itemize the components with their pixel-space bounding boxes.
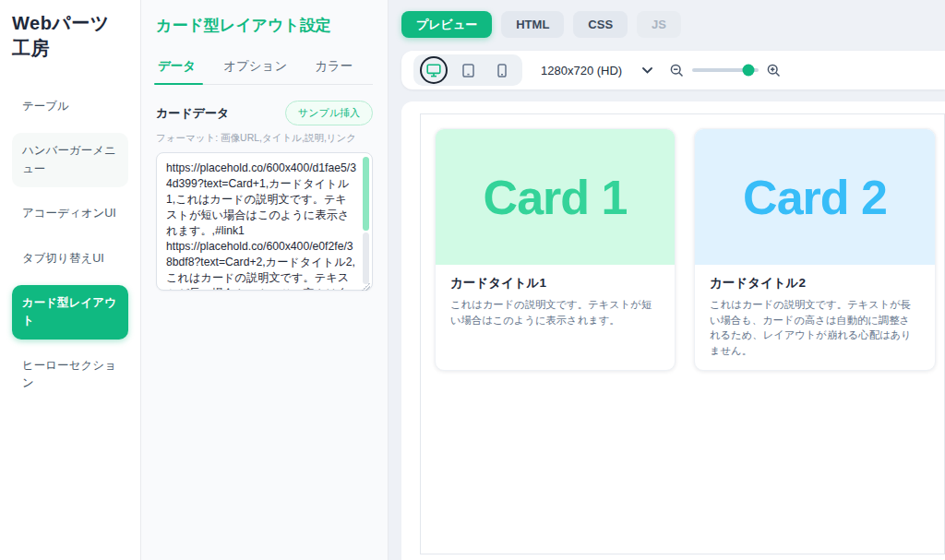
tablet-icon [462, 64, 474, 77]
card-1-title: カードタイトル1 [450, 275, 660, 292]
card-2-image: Card 2 [695, 129, 935, 265]
zoom-slider-handle[interactable] [743, 65, 755, 77]
monitor-icon [426, 64, 441, 77]
card-data-input[interactable]: https://placehold.co/600x400/d1fae5/34d3… [156, 152, 373, 291]
settings-tab-colors[interactable]: カラー [313, 58, 354, 84]
settings-tabs: データ オプション カラー [156, 58, 373, 85]
card-2-body: カードタイトル2 これはカードの説明文です。テキストが長い場合も、カードの高さは… [695, 265, 935, 370]
sidebar-item-accordion[interactable]: アコーディオンUI [12, 196, 128, 232]
app-title: Webパーツ工房 [12, 11, 128, 61]
tab-css[interactable]: CSS [573, 11, 628, 38]
card-2-description: これはカードの説明文です。テキストが長い場合も、カードの高さは自動的に調整される… [710, 297, 920, 359]
sidebar-item-tab-switch[interactable]: タブ切り替えUI [12, 241, 128, 277]
tab-js[interactable]: JS [637, 11, 681, 38]
preview-toolbar: 1280x720 (HD) [401, 51, 945, 89]
sidebar-item-hamburger-menu[interactable]: ハンバーガーメニュー [12, 133, 128, 187]
settings-title: カード型レイアウト設定 [156, 15, 373, 36]
sidebar-item-table[interactable]: テーブル [12, 89, 128, 125]
zoom-slider[interactable] [692, 68, 759, 72]
resolution-value: 1280x720 (HD) [541, 64, 622, 77]
preview-container: Card 1 カードタイトル1 これはカードの説明文です。テキストが短い場合はこ… [401, 101, 945, 560]
magnifier-minus-icon[interactable] [670, 64, 684, 77]
card-1-description: これはカードの説明文です。テキストが短い場合はこのように表示されます。 [450, 297, 660, 328]
zoom-controls [670, 64, 781, 77]
card-1-body: カードタイトル1 これはカードの説明文です。テキストが短い場合はこのように表示さ… [436, 265, 675, 370]
device-phone-button[interactable] [490, 58, 514, 82]
magnifier-plus-icon[interactable] [767, 64, 781, 77]
resolution-select[interactable]: 1280x720 (HD) [541, 64, 652, 77]
tab-preview[interactable]: プレビュー [401, 11, 492, 38]
insert-sample-button[interactable]: サンプル挿入 [285, 101, 373, 125]
card-1-image: Card 1 [436, 129, 675, 265]
cards-grid: Card 1 カードタイトル1 これはカードの説明文です。テキストが短い場合はこ… [435, 128, 930, 371]
preview-frame: Card 1 カードタイトル1 これはカードの説明文です。テキストが短い場合はこ… [420, 113, 945, 554]
preview-card-2[interactable]: Card 2 カードタイトル2 これはカードの説明文です。テキストが長い場合も、… [694, 128, 936, 371]
card-data-field-header: カードデータ サンプル挿入 [156, 101, 373, 125]
preview-card-1[interactable]: Card 1 カードタイトル1 これはカードの説明文です。テキストが短い場合はこ… [435, 128, 676, 371]
tab-html[interactable]: HTML [501, 11, 564, 38]
textarea-resize-grip[interactable] [362, 282, 370, 291]
card-data-format-hint: フォーマット: 画像URL,タイトル,説明,リンク [156, 132, 373, 145]
sidebar-item-hero-section[interactable]: ヒーローセクション [12, 348, 128, 402]
app-root: { "colors": { "accent": "#10b981", "acce… [0, 0, 945, 560]
settings-panel: カード型レイアウト設定 データ オプション カラー カードデータ サンプル挿入 … [141, 0, 389, 560]
device-tablet-button[interactable] [456, 58, 480, 82]
textarea-scrollbar-thumb[interactable] [363, 157, 369, 231]
sidebar-item-card-layout[interactable]: カード型レイアウト [12, 285, 128, 340]
sidebar-nav: テーブル ハンバーガーメニュー アコーディオンUI タブ切り替えUI カード型レ… [12, 89, 128, 401]
view-tabs: プレビュー HTML CSS JS [401, 11, 945, 38]
settings-tab-data[interactable]: データ [156, 58, 197, 84]
smartphone-icon [497, 64, 507, 77]
preview-area: プレビュー HTML CSS JS [389, 0, 945, 560]
chevron-down-icon [642, 67, 652, 74]
device-toggle-group [413, 54, 522, 86]
card-data-textarea-wrap: https://placehold.co/600x400/d1fae5/34d3… [156, 152, 373, 294]
sidebar: Webパーツ工房 テーブル ハンバーガーメニュー アコーディオンUI タブ切り替… [0, 0, 141, 560]
device-desktop-button[interactable] [422, 58, 446, 82]
textarea-scrollbar-track[interactable] [363, 232, 369, 284]
card-data-label: カードデータ [156, 105, 229, 122]
card-2-title: カードタイトル2 [710, 275, 920, 292]
settings-tab-options[interactable]: オプション [221, 58, 289, 84]
